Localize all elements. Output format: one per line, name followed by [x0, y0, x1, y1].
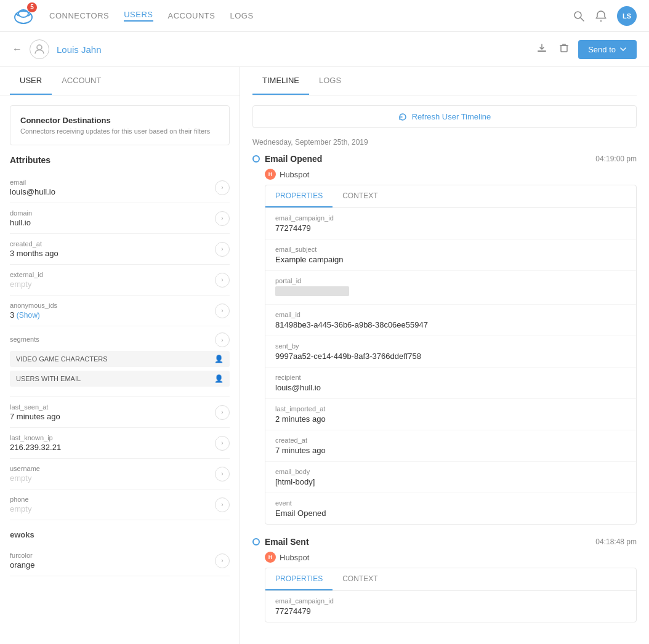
- nav-logs[interactable]: LOGS: [230, 11, 253, 20]
- left-panel: USER ACCOUNT Connector Destinations Conn…: [0, 67, 240, 644]
- prop-sent-by: sent_by 9997aa52-ce14-449b-8af3-3766ddef…: [265, 336, 636, 368]
- search-icon[interactable]: [573, 10, 585, 22]
- attr-username: username empty ›: [10, 459, 230, 489]
- event-email-sent: Email Sent 04:18:48 pm H Hubspot PROPERT…: [252, 537, 637, 622]
- attr-last-ip-arrow[interactable]: ›: [215, 436, 230, 451]
- event-email-opened: Email Opened 04:19:00 pm H Hubspot PROPE…: [252, 154, 637, 525]
- event-time: 04:18:48 pm: [595, 537, 637, 546]
- left-tabs: USER ACCOUNT: [0, 67, 240, 95]
- download-button[interactable]: [534, 40, 550, 58]
- attr-email: email louis@hull.io ›: [10, 172, 230, 203]
- tab-logs[interactable]: LOGS: [309, 67, 351, 95]
- portal-id-redacted: [275, 286, 349, 296]
- prop-email-body: email_body [html-body]: [265, 462, 636, 493]
- event-source-name: Hubspot: [280, 170, 309, 179]
- properties-card: PROPERTIES CONTEXT email_campaign_id 772…: [265, 185, 637, 525]
- refresh-timeline-button[interactable]: Refresh User Timeline: [252, 105, 637, 128]
- attr-anonymous-ids: anonymous_ids 3 (Show) ›: [10, 296, 230, 326]
- segment-video-game: VIDEO GAME CHARACTERS 👤: [10, 351, 230, 367]
- props-tab-properties-2[interactable]: PROPERTIES: [265, 568, 333, 590]
- props-tab-properties[interactable]: PROPERTIES: [265, 185, 333, 207]
- nav-accounts[interactable]: ACCOUNTS: [168, 11, 216, 20]
- attributes-title: Attributes: [10, 155, 230, 165]
- attr-last-seen-arrow[interactable]: ›: [215, 405, 230, 420]
- prop-email-subject: email_subject Example campaign: [265, 239, 636, 271]
- nav-connectors[interactable]: CONNECTORS: [49, 11, 109, 20]
- subheader: ← Louis Jahn Send to: [0, 32, 649, 67]
- hubspot-icon: H: [265, 552, 276, 563]
- attr-created-at: created_at 3 months ago ›: [10, 234, 230, 265]
- attr-username-arrow[interactable]: ›: [215, 467, 230, 481]
- attr-furcolor-arrow[interactable]: ›: [215, 553, 230, 568]
- attr-furcolor: furcolor orange ›: [10, 545, 230, 576]
- date-header: Wednesday, September 25th, 2019: [252, 138, 637, 147]
- attr-anonymous-ids-arrow[interactable]: ›: [215, 304, 230, 318]
- logo[interactable]: 5: [12, 5, 34, 27]
- attr-external-id-arrow[interactable]: ›: [215, 273, 230, 288]
- attr-domain: domain hull.io ›: [10, 203, 230, 234]
- right-tabs: TIMELINE LOGS: [252, 67, 637, 95]
- prop-event: event Email Opened: [265, 493, 636, 524]
- attr-email-arrow[interactable]: ›: [215, 180, 230, 195]
- prop-portal-id: portal_id: [265, 271, 636, 305]
- hubspot-icon: H: [265, 169, 276, 180]
- prop-created-at: created_at 7 minutes ago: [265, 430, 636, 462]
- attr-phone-arrow[interactable]: ›: [215, 497, 230, 512]
- props-tab-context[interactable]: CONTEXT: [333, 185, 387, 207]
- segment-label: VIDEO GAME CHARACTERS: [16, 355, 108, 363]
- nav-users[interactable]: USERS: [124, 10, 153, 22]
- nav-links: CONNECTORS USERS ACCOUNTS LOGS: [49, 10, 558, 22]
- user-avatar[interactable]: LS: [617, 6, 637, 26]
- properties-card-2: PROPERTIES CONTEXT email_campaign_id 772…: [265, 568, 637, 622]
- main-layout: USER ACCOUNT Connector Destinations Conn…: [0, 67, 649, 644]
- notification-icon[interactable]: [595, 10, 607, 22]
- nav-right: LS: [573, 6, 637, 26]
- connector-dest-title: Connector Destinations: [20, 116, 219, 125]
- attr-created-at-arrow[interactable]: ›: [215, 242, 230, 257]
- svg-point-7: [37, 45, 42, 50]
- svg-point-4: [574, 12, 581, 18]
- tab-timeline[interactable]: TIMELINE: [252, 67, 309, 95]
- top-navigation: 5 CONNECTORS USERS ACCOUNTS LOGS LS: [0, 0, 649, 32]
- attr-phone: phone empty ›: [10, 489, 230, 520]
- prop-last-imported-at: last_imported_at 2 minutes ago: [265, 399, 636, 430]
- ewoks-section: ewoks furcolor orange ›: [10, 530, 230, 576]
- notification-badge: 5: [27, 2, 37, 12]
- event-dot: [252, 538, 260, 545]
- prop-email-campaign-id-2: email_campaign_id 77274479: [265, 591, 636, 622]
- tab-user[interactable]: USER: [10, 67, 52, 95]
- send-to-button[interactable]: Send to: [578, 40, 637, 59]
- svg-line-5: [581, 18, 584, 21]
- attr-external-id: external_id empty ›: [10, 265, 230, 296]
- prop-email-id: email_id 81498be3-a445-36b6-a9b8-38c06ee…: [265, 305, 636, 336]
- attr-segments: segments › VIDEO GAME CHARACTERS 👤 USERS…: [10, 326, 230, 397]
- connector-destinations: Connector Destinations Connectors receiv…: [10, 105, 230, 145]
- delete-button[interactable]: [556, 40, 572, 58]
- props-tab-context-2[interactable]: CONTEXT: [333, 568, 387, 590]
- send-to-label: Send to: [588, 45, 616, 54]
- svg-rect-9: [561, 46, 567, 52]
- event-time: 04:19:00 pm: [595, 155, 637, 163]
- attr-last-seen: last_seen_at 7 minutes ago ›: [10, 397, 230, 428]
- ewoks-title: ewoks: [10, 530, 230, 539]
- segment-icon: 👤: [214, 374, 224, 383]
- attr-segments-arrow[interactable]: ›: [215, 332, 230, 347]
- attributes-section: Attributes email louis@hull.io › domain …: [10, 155, 230, 520]
- svg-rect-8: [538, 50, 546, 52]
- prop-email-campaign-id: email_campaign_id 77274479: [265, 208, 636, 239]
- user-name: Louis Jahn: [57, 44, 102, 55]
- prop-recipient: recipient louis@hull.io: [265, 368, 636, 399]
- event-source-name: Hubspot: [280, 553, 309, 562]
- tab-account[interactable]: ACCOUNT: [52, 67, 111, 95]
- event-title: Email Opened: [265, 154, 591, 164]
- attr-last-ip: last_known_ip 216.239.32.21 ›: [10, 428, 230, 459]
- show-anonymous-ids[interactable]: (Show): [17, 311, 40, 320]
- segment-label: USERS WITH EMAIL: [16, 375, 81, 382]
- user-icon: [30, 39, 49, 59]
- right-panel: TIMELINE LOGS Refresh User Timeline Wedn…: [240, 67, 649, 644]
- attr-domain-arrow[interactable]: ›: [215, 211, 230, 226]
- segment-icon: 👤: [214, 355, 224, 363]
- event-dot: [252, 155, 260, 163]
- back-button[interactable]: ←: [12, 44, 22, 55]
- refresh-label: Refresh User Timeline: [412, 112, 491, 121]
